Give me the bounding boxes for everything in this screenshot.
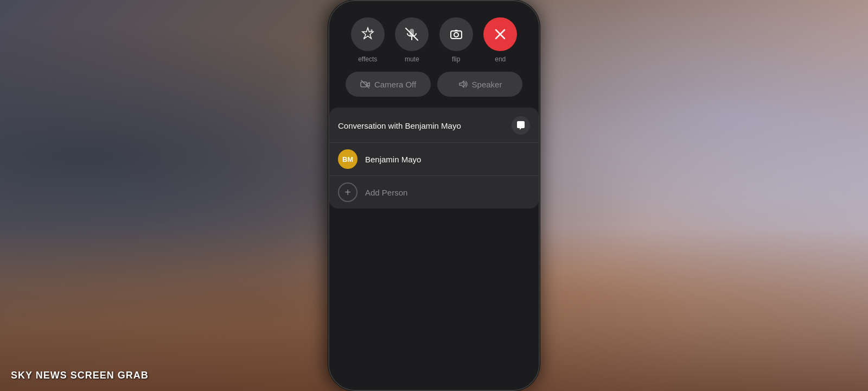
message-button[interactable] [512, 116, 530, 135]
svg-point-0 [371, 29, 373, 31]
mute-button-wrap: mute [395, 17, 429, 63]
flip-button[interactable] [439, 17, 473, 51]
svg-point-6 [454, 33, 458, 37]
svg-rect-7 [455, 30, 458, 31]
phone-screen: effects mute [329, 1, 539, 390]
speaker-button[interactable]: Speaker [437, 72, 522, 97]
speaker-icon [458, 79, 468, 89]
watermark: SKY NEWS SCREEN GRAB [11, 370, 149, 381]
add-person-icon: + [338, 182, 358, 202]
flip-icon [449, 27, 464, 42]
mute-label: mute [405, 55, 419, 63]
message-icon [516, 121, 526, 130]
controls-section: effects mute [329, 17, 539, 108]
speaker-label: Speaker [472, 80, 502, 89]
end-button-wrap: end [483, 17, 517, 63]
conversation-header: Conversation with Benjamin Mayo [329, 108, 539, 143]
svg-point-1 [363, 37, 365, 39]
flip-label: flip [452, 55, 460, 63]
add-person-row[interactable]: + Add Person [329, 176, 539, 209]
phone-device: effects mute [328, 0, 540, 391]
effects-button-wrap: effects [351, 17, 385, 63]
avatar: BM [338, 149, 358, 169]
add-person-label: Add Person [365, 188, 407, 197]
camera-off-icon [360, 79, 370, 89]
mute-icon [404, 27, 419, 42]
camera-off-label: Camera Off [374, 80, 416, 89]
secondary-buttons: Camera Off Speaker [346, 72, 522, 97]
buttons-row: effects mute [340, 17, 528, 63]
avatar-initials: BM [342, 155, 353, 163]
bottom-area [329, 209, 539, 390]
effects-icon [360, 26, 376, 42]
flip-button-wrap: flip [439, 17, 473, 63]
person-row: BM Benjamin Mayo [329, 143, 539, 176]
mute-button[interactable] [395, 17, 429, 51]
effects-button[interactable] [351, 17, 385, 51]
person-name: Benjamin Mayo [365, 155, 421, 164]
end-icon [494, 28, 506, 40]
effects-label: effects [358, 55, 377, 63]
conversation-panel: Conversation with Benjamin Mayo BM Benja… [329, 108, 539, 209]
end-button[interactable] [483, 17, 517, 51]
end-label: end [495, 55, 506, 63]
conversation-title: Conversation with Benjamin Mayo [338, 121, 461, 130]
camera-off-button[interactable]: Camera Off [346, 72, 431, 97]
call-panel: effects mute [329, 1, 539, 390]
